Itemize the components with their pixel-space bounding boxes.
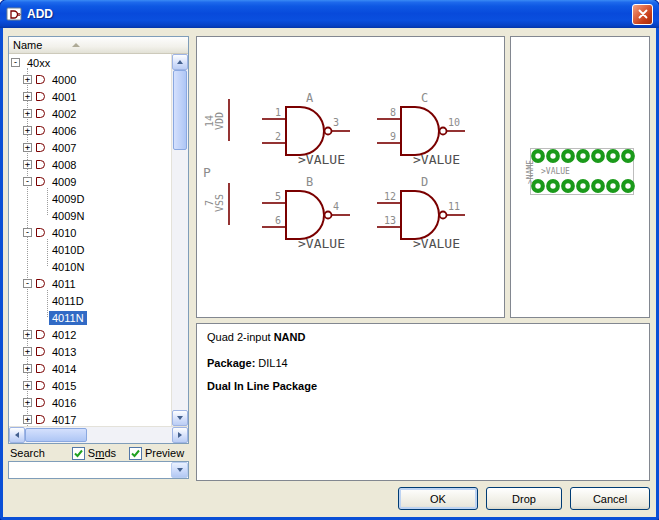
horizontal-scroll-thumb[interactable]: [25, 428, 87, 442]
horizontal-scroll-track[interactable]: [87, 427, 172, 443]
tree-connector-line: [47, 188, 48, 215]
expand-icon[interactable]: +: [23, 92, 32, 101]
schematic-preview-panel: A123>VALUEC8910>VALUEB564>VALUED121311>V…: [196, 36, 505, 318]
search-input[interactable]: [9, 462, 171, 478]
pad: [623, 151, 633, 161]
description-title: Quad 2-input NAND: [207, 331, 639, 343]
svg-text:VSS: VSS: [214, 194, 225, 212]
tree-item-4016[interactable]: +4016: [9, 394, 171, 411]
pad: [608, 181, 618, 191]
collapse-icon[interactable]: -: [23, 177, 32, 186]
tree-item-4013[interactable]: +4013: [9, 343, 171, 360]
device-icon: [36, 330, 45, 339]
tree-item-4011[interactable]: -4011: [9, 275, 171, 292]
svg-text:D: D: [421, 175, 428, 189]
tree-item-4009[interactable]: -4009: [9, 173, 171, 190]
tree-item-label: 4010N: [49, 260, 87, 274]
titlebar[interactable]: ADD: [0, 0, 659, 28]
tree-item-label: 4000: [49, 73, 79, 87]
tree-item-4012[interactable]: +4012: [9, 326, 171, 343]
nand-gate-B: B564>VALUE: [262, 175, 350, 251]
description-title-bold: NAND: [274, 331, 306, 343]
svg-text:B: B: [306, 175, 313, 189]
svg-text:VDD: VDD: [214, 112, 225, 130]
tree-item-4009D[interactable]: 4009D: [9, 190, 171, 207]
expand-icon[interactable]: +: [23, 381, 32, 390]
svg-text:>VALUE: >VALUE: [541, 167, 570, 176]
svg-text:9: 9: [390, 131, 396, 142]
svg-text:>VALUE: >VALUE: [413, 152, 460, 167]
app-icon: [6, 6, 22, 22]
expand-icon[interactable]: +: [23, 160, 32, 169]
expand-icon[interactable]: +: [23, 126, 32, 135]
svg-text:10: 10: [448, 117, 460, 128]
tree-item-4010D[interactable]: 4010D: [9, 241, 171, 258]
svg-text:>VALUE: >VALUE: [298, 236, 345, 251]
collapse-icon[interactable]: -: [23, 228, 32, 237]
expand-icon[interactable]: +: [23, 347, 32, 356]
description-package-name: Dual In Line Package: [207, 380, 639, 392]
svg-text:4: 4: [333, 201, 339, 212]
tree-item-40xx[interactable]: -40xx: [9, 54, 171, 71]
close-button[interactable]: [632, 4, 653, 25]
device-icon: [36, 126, 45, 135]
arrow-up-icon: [177, 60, 183, 64]
expand-icon[interactable]: +: [23, 415, 32, 424]
svg-text:>VALUE: >VALUE: [298, 152, 345, 167]
vertical-scroll-track[interactable]: [172, 150, 188, 410]
tree-item-4017[interactable]: +4017: [9, 411, 171, 426]
tree-item-4000[interactable]: +4000: [9, 71, 171, 88]
smds-label: Smds: [88, 447, 116, 459]
collapse-icon[interactable]: -: [23, 279, 32, 288]
tree-item-label: 4017: [49, 413, 79, 427]
expand-icon[interactable]: +: [23, 75, 32, 84]
tree-item-label: 4016: [49, 396, 79, 410]
scroll-up-button[interactable]: [172, 54, 188, 70]
tree-horizontal-scrollbar[interactable]: [9, 426, 188, 443]
device-icon: [36, 415, 45, 424]
search-combo[interactable]: [8, 461, 189, 479]
scroll-left-button[interactable]: [9, 427, 25, 443]
expand-icon[interactable]: +: [23, 364, 32, 373]
preview-checkbox[interactable]: Preview: [129, 447, 184, 460]
tree-item-4011N[interactable]: 4011N: [9, 309, 171, 326]
tree-item-4009N[interactable]: 4009N: [9, 207, 171, 224]
pad: [578, 181, 588, 191]
scroll-down-button[interactable]: [172, 410, 188, 426]
ok-button[interactable]: OK: [398, 487, 478, 510]
tree-item-4010[interactable]: -4010: [9, 224, 171, 241]
device-icon: [36, 381, 45, 390]
smds-checkbox[interactable]: Smds: [72, 447, 116, 460]
tree-item-label: 4011D: [49, 294, 87, 308]
description-panel: Quad 2-input NAND Package: DIL14 Dual In…: [196, 323, 650, 481]
pad: [623, 181, 633, 191]
vertical-scroll-thumb[interactable]: [173, 70, 187, 150]
tree-item-4011D[interactable]: 4011D: [9, 292, 171, 309]
combo-dropdown-button[interactable]: [171, 462, 188, 478]
device-icon: [36, 398, 45, 407]
tree-item-4001[interactable]: +4001: [9, 88, 171, 105]
checkbox-checked-icon: [129, 447, 142, 460]
expand-icon[interactable]: +: [23, 398, 32, 407]
tree-item-label: 4012: [49, 328, 79, 342]
tree-item-4002[interactable]: +4002: [9, 105, 171, 122]
tree-item-4006[interactable]: +4006: [9, 122, 171, 139]
tree-item-label: 4002: [49, 107, 79, 121]
tree-vertical-scrollbar[interactable]: [171, 54, 188, 426]
tree-item-4010N[interactable]: 4010N: [9, 258, 171, 275]
cancel-button[interactable]: Cancel: [570, 487, 650, 510]
tree-item-4014[interactable]: +4014: [9, 360, 171, 377]
tree-header-name[interactable]: Name: [9, 37, 188, 54]
scroll-right-button[interactable]: [172, 427, 188, 443]
tree-item-4007[interactable]: +4007: [9, 139, 171, 156]
expand-icon[interactable]: +: [23, 143, 32, 152]
sort-arrow-icon: [72, 43, 80, 47]
tree-item-4015[interactable]: +4015: [9, 377, 171, 394]
tree-item-4008[interactable]: +4008: [9, 156, 171, 173]
expand-icon[interactable]: +: [23, 330, 32, 339]
search-label: Search: [10, 447, 45, 459]
svg-text:3: 3: [333, 117, 339, 128]
collapse-icon[interactable]: -: [11, 58, 20, 67]
expand-icon[interactable]: +: [23, 109, 32, 118]
drop-button[interactable]: Drop: [486, 487, 562, 510]
